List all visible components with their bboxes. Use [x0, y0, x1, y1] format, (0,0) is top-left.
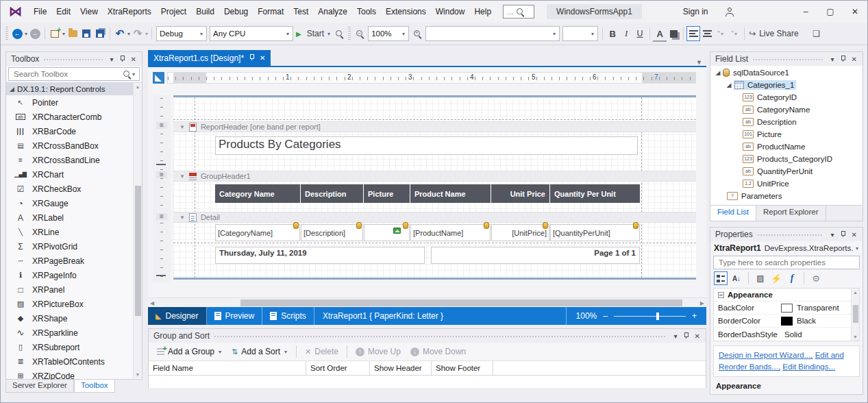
move-down-button[interactable]: ↓ Move Down — [406, 344, 470, 359]
categorized-view-button[interactable] — [714, 271, 728, 285]
property-row-backcolor[interactable]: BackColor Transparent — [714, 302, 859, 315]
tree-item-products-categoryid[interactable]: 123Products_CategoryID — [710, 153, 863, 165]
tab-field-list[interactable]: Field List — [710, 206, 756, 221]
tab-list-dropdown-icon[interactable]: ▼ — [692, 59, 706, 66]
band-resize-handle[interactable]: ≡ — [156, 122, 167, 129]
new-project-button[interactable] — [48, 26, 62, 41]
tree-item-description[interactable]: abDescription — [710, 116, 863, 128]
scroll-left-icon[interactable]: ◀ — [150, 300, 154, 306]
minimize-button[interactable]: – — [793, 1, 818, 23]
column-show-header[interactable]: Show Header — [370, 361, 432, 375]
menu-test[interactable]: Test — [288, 1, 313, 23]
expander-icon[interactable]: ◢ — [10, 86, 14, 93]
menu-window[interactable]: Window — [431, 1, 470, 23]
toolbox-item-xrpicturebox[interactable]: ▨XRPictureBox — [6, 297, 142, 311]
tab-preview[interactable]: Preview — [207, 307, 263, 325]
tree-item-picture[interactable]: 101Picture — [710, 128, 863, 141]
tree-item-parameters[interactable]: ?Parameters — [710, 190, 863, 202]
toolbar-grip[interactable] — [5, 27, 8, 40]
report-design-surface[interactable]: 1 2 3 4 5 6 7 ≡ ≡ ≡ ▼ — [148, 69, 706, 297]
collapse-band-icon[interactable]: ▼ — [179, 124, 185, 130]
band-resize-handle[interactable]: ≡ — [156, 213, 167, 220]
toolbox-item-xrsparkline[interactable]: ∿XRSparkline — [6, 326, 142, 340]
collapse-band-icon[interactable]: ▼ — [179, 215, 185, 221]
menu-project[interactable]: Project — [156, 1, 191, 23]
font-size-combo[interactable]: ▾ — [562, 26, 598, 41]
line-spacing-button[interactable]: "▾ — [714, 26, 728, 41]
window-position-dropdown-icon[interactable]: ▾ — [828, 56, 837, 63]
zoom-combo[interactable]: 100% ▾ — [368, 26, 409, 41]
italic-button[interactable]: I — [619, 26, 633, 41]
designer-horizontal-scrollbar[interactable]: ◀ ▶ — [148, 297, 706, 307]
open-file-button[interactable] — [66, 26, 79, 41]
toolbox-item-xrcrossbandbox[interactable]: ▤XRCrossBandBox — [6, 138, 142, 153]
underline-button[interactable]: U — [633, 26, 647, 41]
toolbox-item-xrlabel[interactable]: AXRLabel — [6, 210, 142, 225]
zoom-out-button[interactable]: – — [353, 26, 367, 41]
field-unit-price[interactable]: [UnitPrice] — [491, 224, 549, 241]
scroll-down-icon[interactable]: ▼ — [853, 334, 858, 339]
column-sort-order[interactable]: Sort Order — [306, 361, 370, 375]
toolbox-search-box[interactable]: ▾ — [8, 67, 140, 81]
group-header-band-strip[interactable]: ▼ GroupHeader1 — [173, 171, 696, 182]
property-row-bordercolor[interactable]: BorderColor Black — [714, 315, 859, 328]
toolbox-scrollbar[interactable]: ▲ ▼ — [133, 83, 142, 378]
font-color-button[interactable]: A — [653, 26, 667, 41]
toolbox-item-xrpivotgrid[interactable]: ΣXRPivotGrid — [6, 239, 142, 254]
navigate-back-button[interactable]: ← — [10, 26, 24, 41]
scroll-up-icon[interactable]: ▲ — [853, 290, 858, 295]
scrollbar-thumb[interactable] — [135, 186, 141, 316]
start-debug-button[interactable]: ▶ Start ▾ — [295, 26, 332, 41]
field-picture[interactable] — [364, 224, 410, 241]
alphabetical-sort-button[interactable]: A↓ — [730, 271, 743, 285]
navigate-forward-button[interactable]: → — [28, 26, 42, 41]
pin-icon[interactable] — [249, 53, 255, 63]
menu-tools[interactable]: Tools — [352, 1, 381, 23]
document-tab-xtrareport1[interactable]: XtraReport1.cs [Design]* ✕ — [148, 50, 271, 66]
add-a-sort-button[interactable]: ⇅ Add a Sort ▾ — [227, 344, 292, 359]
property-pages-button[interactable]: ▧ — [754, 271, 767, 285]
move-up-button[interactable]: ↑ Move Up — [351, 344, 405, 359]
add-a-group-button[interactable]: Add a Group ▾ — [153, 344, 226, 359]
window-position-dropdown-icon[interactable]: ▾ — [108, 56, 116, 63]
tree-item-categories-1[interactable]: ◢ Categories_1 — [710, 79, 863, 91]
search-options-dropdown[interactable]: ▾ — [132, 71, 136, 77]
align-center-button[interactable] — [700, 26, 714, 41]
platform-combo[interactable]: Any CPU ▾ — [210, 26, 293, 41]
close-icon[interactable]: ✕ — [849, 56, 860, 63]
wrench-icon[interactable]: ⚙ — [809, 271, 823, 285]
redo-button[interactable]: ↷ — [131, 26, 145, 41]
category-row-appearance[interactable]: Appearance — [714, 289, 859, 302]
undo-button[interactable]: ↶ — [113, 26, 127, 41]
align-left-button[interactable] — [686, 26, 700, 41]
toolbox-item-xrcheckbox[interactable]: ☑XRCheckBox — [6, 182, 142, 196]
pin-icon[interactable] — [837, 230, 849, 239]
toolbox-item-xrcrossbandline[interactable]: ≡XRCrossBandLine — [6, 153, 142, 167]
column-header-category-name[interactable]: Category Name — [215, 184, 301, 203]
column-header-product-name[interactable]: Product Name — [410, 184, 491, 203]
find-in-files-button[interactable] — [332, 26, 346, 41]
zoom-slider-thumb[interactable] — [656, 313, 659, 320]
tree-item-sqldatasource1[interactable]: ◢ sqlDataSource1 — [710, 66, 863, 79]
report-title-label[interactable]: Products By Categories — [215, 136, 638, 155]
field-description[interactable]: [Description] — [301, 224, 363, 241]
pin-icon[interactable] — [837, 55, 849, 64]
report-page[interactable]: ▼ ReportHeader [one band per report] Pro… — [173, 95, 696, 280]
column-field-name[interactable]: Field Name — [149, 361, 306, 375]
zoom-out-button[interactable]: – — [603, 311, 608, 321]
menu-file[interactable]: File — [29, 1, 51, 23]
background-color-button[interactable] — [667, 26, 680, 41]
column-header-quantity-per-unit[interactable]: Quantity Per Unit — [550, 184, 640, 203]
zoom-in-button[interactable]: + — [410, 26, 424, 41]
tree-item-quantityperunit[interactable]: abQuantityPerUnit — [710, 165, 863, 178]
object-selector-combo[interactable]: XtraReport1 DevExpress.XtraReports. ▾ — [710, 241, 863, 255]
sign-in-button[interactable]: Sign in — [683, 7, 734, 16]
save-all-button[interactable] — [93, 26, 107, 41]
toolbox-item-xrbarcode[interactable]: |||XRBarCode — [6, 124, 142, 138]
properties-search-input[interactable] — [717, 258, 856, 267]
redo-dropdown[interactable]: ▾ — [145, 31, 149, 37]
column-show-footer[interactable]: Show Footer — [432, 361, 493, 375]
close-icon[interactable]: ✕ — [260, 54, 265, 62]
report-header-band-strip[interactable]: ▼ ReportHeader [one band per report] — [173, 121, 696, 132]
font-family-combo[interactable]: ▾ — [425, 26, 560, 41]
